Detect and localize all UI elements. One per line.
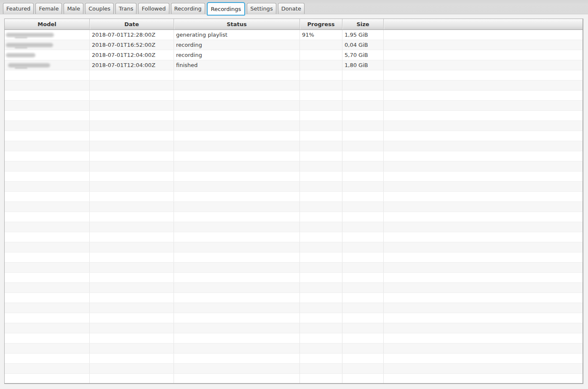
status-cell: recording [174, 40, 300, 50]
status-cell [174, 222, 300, 232]
model-cell [5, 313, 90, 323]
status-cell [174, 374, 300, 384]
status-cell [174, 141, 300, 151]
status-cell [174, 313, 300, 323]
filler-cell [384, 283, 583, 292]
date-cell [90, 252, 174, 262]
model-cell [5, 273, 90, 282]
column-header-model[interactable]: Model [5, 19, 90, 30]
tab-male[interactable]: Male [64, 3, 83, 14]
empty-table-row [5, 222, 583, 232]
column-header-progress[interactable]: Progress [300, 19, 342, 30]
progress-cell [300, 40, 342, 50]
date-cell [90, 151, 174, 161]
size-cell [342, 222, 384, 232]
date-cell [90, 141, 174, 151]
status-cell [174, 212, 300, 222]
model-cell [5, 50, 90, 60]
status-cell [174, 202, 300, 212]
date-cell: 2018-07-01T12:04:00Z [90, 50, 174, 60]
model-cell [5, 101, 90, 110]
status-cell [174, 192, 300, 201]
model-cell [5, 242, 90, 252]
date-cell [90, 364, 174, 373]
size-cell [342, 172, 384, 181]
date-cell [90, 222, 174, 232]
empty-table-row [5, 192, 583, 202]
progress-cell [300, 151, 342, 161]
column-header-status[interactable]: Status [174, 19, 300, 30]
progress-cell [300, 70, 342, 80]
date-cell [90, 212, 174, 222]
date-cell [90, 131, 174, 141]
size-cell [342, 263, 384, 272]
date-cell [90, 121, 174, 131]
table-row[interactable]: 2018-07-01T16:52:00Z recording 0,04 GiB [5, 40, 583, 50]
empty-table-row [5, 293, 583, 303]
status-cell [174, 111, 300, 121]
tab-followed[interactable]: Followed [138, 3, 169, 14]
filler-cell [384, 232, 583, 242]
size-cell: 1,95 GiB [342, 30, 384, 40]
progress-cell [300, 222, 342, 232]
filler-cell [384, 172, 583, 181]
date-cell [90, 192, 174, 201]
tab-featured[interactable]: Featured [3, 3, 34, 14]
size-cell [342, 111, 384, 121]
tab-trans[interactable]: Trans [115, 3, 136, 14]
filler-cell [384, 80, 583, 90]
table-header: Model Date Status Progress Size [5, 19, 583, 30]
size-cell [342, 131, 384, 141]
progress-cell [300, 192, 342, 201]
table-row[interactable]: 2018-07-01T12:28:00Z generating playlist… [5, 30, 583, 40]
tab-recordings[interactable]: Recordings [207, 2, 246, 16]
tab-label: Followed [142, 5, 166, 12]
filler-cell [384, 131, 583, 141]
empty-table-row [5, 212, 583, 222]
empty-table-row [5, 242, 583, 252]
model-cell [5, 131, 90, 141]
tab-female[interactable]: Female [35, 3, 62, 14]
model-cell [5, 60, 90, 70]
model-cell [5, 374, 90, 384]
size-cell [342, 323, 384, 333]
size-cell: 0,04 GiB [342, 40, 384, 50]
tab-settings[interactable]: Settings [247, 3, 276, 14]
model-cell [5, 303, 90, 313]
status-cell [174, 263, 300, 272]
size-cell [342, 303, 384, 313]
progress-cell [300, 323, 342, 333]
progress-cell [300, 80, 342, 90]
status-cell [174, 121, 300, 131]
size-cell: 1,80 GiB [342, 60, 384, 70]
filler-cell [384, 252, 583, 262]
tab-label: Male [67, 5, 80, 12]
tab-label: Recordings [211, 6, 241, 12]
progress-cell [300, 60, 342, 70]
size-cell [342, 202, 384, 212]
empty-table-row [5, 252, 583, 263]
tab-couples[interactable]: Couples [85, 3, 114, 14]
column-header-size[interactable]: Size [342, 19, 384, 30]
empty-table-row [5, 303, 583, 313]
filler-cell [384, 40, 583, 50]
table-row[interactable]: 2018-07-01T12:04:00Z recording 5,70 GiB [5, 50, 583, 60]
tab-donate[interactable]: Donate [278, 3, 305, 14]
tab-recording[interactable]: Recording [171, 3, 205, 14]
filler-cell [384, 202, 583, 212]
filler-cell [384, 60, 583, 70]
filler-cell [384, 242, 583, 252]
empty-table-row [5, 323, 583, 333]
model-cell [5, 212, 90, 222]
table-row[interactable]: 2018-07-01T12:04:00Z finished 1,80 GiB [5, 60, 583, 70]
tab-label: Recording [174, 5, 202, 12]
progress-cell [300, 101, 342, 110]
model-cell [5, 354, 90, 363]
progress-cell [300, 343, 342, 353]
size-cell [342, 333, 384, 343]
column-header-date[interactable]: Date [90, 19, 174, 30]
progress-cell [300, 364, 342, 373]
date-cell: 2018-07-01T12:28:00Z [90, 30, 174, 40]
size-cell [342, 182, 384, 191]
filler-cell [384, 293, 583, 303]
